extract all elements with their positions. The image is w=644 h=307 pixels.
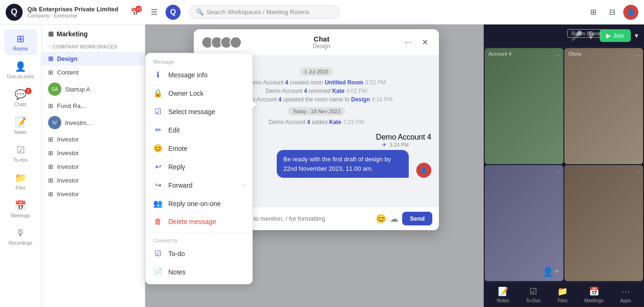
channel-item-investment[interactable]: IV Investm... [41, 113, 145, 133]
chat-bubble: Be ready with the first draft of design … [277, 150, 409, 178]
checkbox-icon: ☑ [153, 107, 163, 116]
participant-dots-olivia[interactable]: ··· [635, 51, 640, 58]
room-owner-badge: Room Owner [567, 29, 606, 38]
top-header: Q Qik Enterprises Private Limited Compan… [0, 0, 644, 25]
right-panel: 🎤 🎙 Room Owner ▶ Join ▾ Account 4 ··· Ol… [484, 25, 644, 307]
company-sub: Company · Enterprise [27, 13, 118, 18]
channel-item-investor4[interactable]: ⊞ Investor [41, 174, 145, 187]
channel-label-investor4: Investor [57, 177, 79, 184]
sidebar-label-notes: Notes [14, 130, 26, 135]
bt-meetings[interactable]: 📅 Meetings [585, 286, 604, 303]
calendar-icon-btn[interactable]: 📅 18 [128, 5, 143, 20]
channel-label-investor5: Investor [57, 191, 79, 198]
channel-item-investor3[interactable]: ⊞ Investor [41, 160, 145, 174]
video-grid: Account 4 ··· Olivia ··· ··· 👤+ ··· [484, 47, 644, 282]
sidebar-item-files[interactable]: 📁 Files [4, 168, 37, 194]
play-icon: ▶ [606, 32, 611, 39]
ctx-forward[interactable]: ↪ Forward › [146, 176, 252, 194]
participant-dots-4[interactable]: ··· [635, 168, 640, 175]
grid-icon-btn[interactable]: ⊞ [586, 5, 601, 20]
channel-item-design[interactable]: ⊞ Design [41, 52, 145, 66]
ctx-reply[interactable]: ↩ Reply [146, 158, 252, 176]
sidebar-item-todos[interactable]: ☑ To-dos [4, 141, 37, 166]
sidebar-label-todos: To-dos [13, 158, 27, 163]
trash-icon: 🗑 [153, 217, 163, 226]
channel-item-investor1[interactable]: ⊞ Investor [41, 133, 145, 146]
sidebar-item-recordings[interactable]: 🎙 Recordings [4, 224, 37, 249]
channel-item-content[interactable]: ⊞ Content [41, 66, 145, 79]
bt-meetings-label: Meetings [585, 298, 604, 303]
ctx-select-message[interactable]: ☑ Select message [146, 102, 252, 121]
bt-notes[interactable]: 📝 Notes [497, 286, 509, 303]
forward-icon: ↪ [153, 181, 163, 190]
ctx-label-reply: Reply [168, 163, 185, 171]
channel-item-startup[interactable]: SA Startup A [41, 79, 145, 99]
date-divider-jul-text: 1 Jul 2023 [300, 67, 333, 76]
search-bar[interactable]: 🔍 Search Workspaces / Meeting Rooms [189, 5, 340, 19]
search-icon: 🔍 [196, 8, 204, 16]
sidebar-label-one-on-ones: One-on-ones [7, 74, 34, 79]
todo-icon: ☑ [153, 249, 163, 258]
chat-main: Message ℹ Message info 🔒 Owner Lock ☑ Se… [145, 25, 484, 307]
ctx-emote[interactable]: 😊 Emote [146, 139, 252, 158]
channel-panel-title: Marketing [57, 30, 88, 38]
sidebar-item-meetings[interactable]: 📅 Meetings [4, 196, 37, 222]
notes-convert-icon: 📄 [153, 267, 163, 276]
emote-icon: 😊 [153, 144, 163, 153]
notification-badge: 18 [135, 6, 142, 12]
video-cell-account4: Account 4 ··· [485, 48, 563, 164]
highlight-room: Untitled Room [325, 79, 363, 86]
meetings-icon: 📅 [15, 200, 26, 211]
highlight-3: 4 [279, 96, 282, 103]
files-icon: 📁 [15, 172, 26, 183]
emoji-icon[interactable]: 😊 [376, 214, 386, 224]
channel-item-investor5[interactable]: ⊞ Investor [41, 187, 145, 201]
ctx-divider [146, 232, 252, 233]
sidebar-item-notes[interactable]: 📝 Notes [4, 113, 37, 139]
channel-label-investor3: Investor [57, 163, 79, 170]
chat-more-btn[interactable]: ⋯ [401, 36, 414, 49]
chat-modal-subtitle: Design [247, 43, 396, 50]
chat-close-btn[interactable]: ✕ [418, 36, 431, 49]
chat-modal-actions: ⋯ ✕ [401, 36, 431, 49]
ctx-notes[interactable]: 📄 Notes [146, 263, 252, 281]
user-avatar[interactable]: 👤 [623, 5, 638, 20]
channel-icon: ⊞ [48, 149, 53, 157]
chevron-down-icon[interactable]: ▾ [635, 31, 638, 40]
channel-item-fund-raising[interactable]: ⊞ Fund Ra... [41, 99, 145, 113]
participant-dots-account4[interactable]: ··· [555, 51, 561, 58]
ctx-delete-message[interactable]: 🗑 Delete message [146, 213, 252, 231]
menu-icon-btn[interactable]: ☰ [147, 5, 162, 20]
company-workspaces-label: ↑ Company workspaces [41, 41, 145, 52]
ctx-owner-lock[interactable]: 🔒 Owner Lock [146, 84, 252, 102]
app-logo: Q [6, 4, 23, 21]
sidebar-item-one-on-ones[interactable]: 👤 One-on-ones [4, 57, 37, 83]
participant-dots-3[interactable]: ··· [555, 168, 561, 175]
chat-modal-title: Chat [247, 35, 396, 43]
upload-icon[interactable]: ☁ [390, 214, 398, 224]
ctx-edit[interactable]: ✏ Edit [146, 121, 252, 139]
ctx-message-info[interactable]: ℹ Message info [146, 66, 252, 84]
bt-todos[interactable]: ☑ To-Dos [526, 286, 541, 303]
sidebar-item-chats[interactable]: 💬 Chats 2 [4, 85, 37, 111]
channel-item-investor2[interactable]: ⊞ Investor [41, 146, 145, 160]
video-person-olivia [564, 48, 643, 164]
forward-arrow-icon: › [243, 182, 245, 189]
add-participant-icon[interactable]: 👤+ [542, 266, 560, 277]
left-sidebar: ⊞ Rooms 👤 One-on-ones 💬 Chats 2 📝 Notes … [0, 25, 41, 307]
layout-icon-btn[interactable]: ⊟ [604, 5, 619, 20]
bt-apps[interactable]: ⋯ Apps [620, 286, 631, 303]
send-button[interactable]: Send [402, 212, 432, 225]
bt-notes-label: Notes [497, 298, 509, 303]
right-panel-bottom-toolbar: 📝 Notes ☑ To-Dos 📁 Files 📅 Meetings ⋯ Ap… [484, 282, 644, 307]
ctx-to-do[interactable]: ☑ To-do [146, 244, 252, 263]
channel-icon: ⊞ [48, 163, 53, 170]
bt-files[interactable]: 📁 Files [557, 286, 568, 303]
chat-bubble-row: ✈ 3:24 PM Be ready with the first draft … [277, 141, 431, 178]
recordings-icon: 🎙 [16, 228, 25, 239]
ctx-reply-one-on-one[interactable]: 👥 Reply one-on-one [146, 194, 252, 213]
video-person-account4 [485, 48, 563, 164]
channel-label-fund-raising: Fund Ra... [57, 102, 86, 109]
sidebar-item-rooms[interactable]: ⊞ Rooms [4, 29, 37, 55]
q-icon-btn[interactable]: Q [165, 5, 181, 20]
